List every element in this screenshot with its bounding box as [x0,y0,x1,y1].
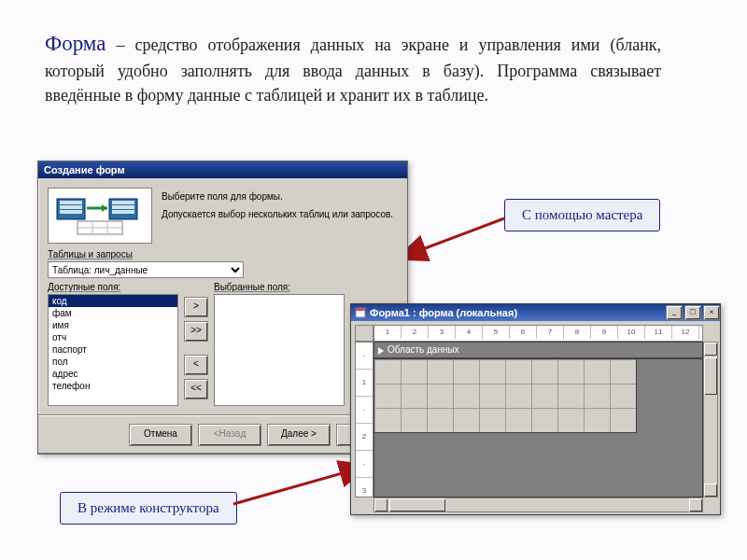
list-item[interactable]: адрес [49,368,177,380]
add-button[interactable]: > [184,297,208,317]
svg-rect-5 [60,210,82,214]
form-icon [355,307,366,318]
tables-select[interactable]: Таблица: лич_данные [48,261,244,278]
wizard-msg2: Допускается выбор нескольких таблиц или … [162,209,398,219]
back-button[interactable]: <Назад [198,424,261,446]
callout-designer: В режиме конструктора [60,492,237,525]
definition-term: Форма [45,32,106,55]
wizard-messages: Выберите поля для формы. Допускается выб… [162,188,398,244]
list-item[interactable]: телефон [49,380,177,392]
definition-paragraph: Форма – средство отображения данных на э… [45,28,661,108]
svg-rect-8 [112,205,134,209]
wizard-illustration [48,188,152,244]
selected-label: Выбранные поля: [214,282,345,292]
callout-wizard: С помощью мастера [504,199,660,231]
form-designer-window: Форма1 : форма (локальная) _ □ × 1234567… [350,303,721,515]
cancel-button[interactable]: Отмена [129,424,192,446]
minimize-icon[interactable]: _ [666,305,683,320]
list-item[interactable]: код [49,295,177,307]
remove-all-button[interactable]: << [184,379,208,399]
designer-title: Форма1 : форма (локальная) [370,307,517,318]
wizard-title: Создание форм [38,161,407,178]
definition-text: средство отображения данных на экране и … [45,35,661,105]
list-item[interactable]: паспорт [49,343,177,356]
next-button[interactable]: Далее > [267,424,331,446]
remove-button[interactable]: < [184,355,208,375]
available-label: Доступные поля: [48,282,178,292]
svg-rect-3 [60,201,82,204]
svg-line-0 [420,218,504,250]
svg-rect-9 [112,210,134,214]
horizontal-scrollbar[interactable] [374,497,703,512]
svg-rect-7 [112,201,134,204]
detail-band-header[interactable]: Область данных [374,342,703,358]
list-item[interactable]: фам [49,307,177,319]
grid-area[interactable] [374,359,637,433]
design-canvas[interactable] [374,358,703,497]
list-item[interactable]: пол [49,356,177,368]
svg-line-1 [233,472,345,504]
horizontal-ruler: 123456789101112 [374,325,703,342]
svg-rect-15 [356,308,365,311]
ruler-corner [355,325,374,342]
list-item[interactable]: имя [49,319,177,331]
close-icon[interactable]: × [703,305,720,320]
tables-label: Таблицы и запросы [48,249,398,259]
available-list[interactable]: код фам имя отч паспорт пол адрес телефо… [48,294,178,406]
svg-rect-4 [60,205,82,209]
maximize-icon[interactable]: □ [684,305,701,320]
designer-titlebar: Форма1 : форма (локальная) _ □ × [351,304,720,321]
wizard-msg1: Выберите поля для формы. [162,191,398,202]
list-item[interactable]: отч [49,331,177,343]
vertical-scrollbar[interactable] [703,342,718,497]
vertical-ruler: -1-2-3-4-5 [355,342,374,497]
selected-list[interactable] [214,294,345,406]
add-all-button[interactable]: >> [184,321,208,342]
